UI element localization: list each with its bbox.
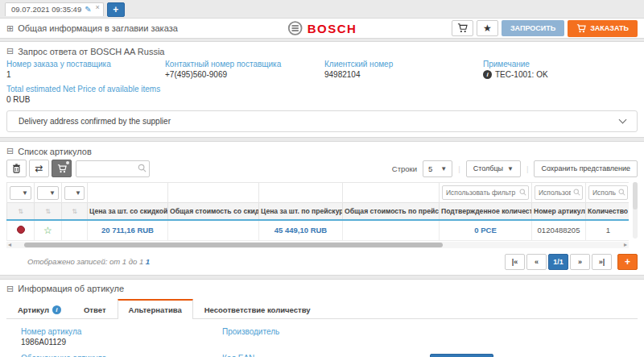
confirmed-qty-filter <box>442 185 529 200</box>
contact-number-field: Контактный номер поставщика +7(495)560-9… <box>165 60 324 79</box>
bosch-wordmark: BOSCH <box>308 22 357 35</box>
prev-page-button[interactable]: « <box>526 254 547 270</box>
tab-bar: 09.07.2021 09:35:49 ✎ × + <box>0 0 644 18</box>
col-header-article-number[interactable]: Номер артикула ⇅ <box>532 203 586 221</box>
caret-down-icon: ▼ <box>22 189 28 197</box>
col-header-confirmed-qty[interactable]: Подтвержденное количество ⇅ <box>440 203 532 221</box>
status-filter-select[interactable]: ▼ <box>10 186 31 200</box>
bosch-anchor-icon <box>287 20 303 36</box>
bosch-logo: BOSCH <box>287 20 357 36</box>
favorite-filter-select[interactable]: ▼ <box>37 186 59 200</box>
col-header-quantity[interactable]: Количество ⇅ <box>586 203 630 221</box>
caret-down-icon: ▼ <box>507 165 514 172</box>
col-header-price-list[interactable]: Цена за шт. по прейскуранту ⇅ <box>259 203 343 221</box>
current-page-indicator: 1/1 <box>548 254 568 270</box>
article-number-field: Номер артикула 1986A01129 <box>21 327 222 347</box>
horizontal-scrollbar[interactable]: ◂ ▸ <box>6 242 629 248</box>
article-number-filter <box>535 185 583 200</box>
caret-down-icon: ▼ <box>440 165 447 172</box>
tab-answer[interactable]: Ответ <box>72 300 118 319</box>
add-row-button[interactable]: + <box>617 254 638 270</box>
article-info-section: ⊟ Информация об артикуле Артикул i Ответ… <box>0 279 644 357</box>
favorite-star-icon[interactable]: ☆ <box>43 225 52 236</box>
tab-alternative[interactable]: Альтернатива <box>118 299 193 319</box>
table-search <box>76 160 150 177</box>
order-tab[interactable]: 09.07.2021 09:35:49 ✎ × <box>5 2 104 16</box>
collapse-icon[interactable]: ⊟ <box>6 284 14 294</box>
table-row[interactable]: ☆ 20 711,16 RUB 45 449,10 RUB 0 PCE 0120… <box>7 220 630 240</box>
next-page-button[interactable]: » <box>570 254 590 270</box>
first-page-button[interactable]: |« <box>505 254 525 270</box>
swap-rows-button[interactable]: ⇄ <box>29 160 49 177</box>
rows-label: Строки <box>392 164 417 173</box>
order-button[interactable]: ЗАКАЗАТЬ <box>568 20 638 37</box>
manufacturer-field: Производитель <box>222 327 430 347</box>
order-tab-title: 09.07.2021 09:35:49 <box>11 5 81 14</box>
collapse-icon[interactable]: ⊟ <box>6 46 14 56</box>
confirmed-qty-link[interactable]: 0 PCE <box>474 226 496 235</box>
close-tab-icon[interactable]: × <box>96 3 100 11</box>
scroll-left-icon[interactable]: ◂ <box>8 241 11 248</box>
pagination: |« « 1/1 » »| + <box>505 254 638 270</box>
request-button[interactable]: ЗАПРОСИТЬ <box>502 20 564 36</box>
field-label: Примечание <box>483 60 631 68</box>
scroll-right-icon[interactable]: ▸ <box>624 241 627 248</box>
info-icon: i <box>52 305 61 314</box>
cart-icon <box>57 164 67 173</box>
delete-button[interactable] <box>6 160 27 177</box>
add-tab-button[interactable]: + <box>107 2 125 17</box>
flag-filter-select[interactable]: ▼ <box>64 186 85 200</box>
column-filter-input[interactable] <box>442 185 529 200</box>
apply-button[interactable]: ПРИМЕНИТЬ <box>430 354 493 357</box>
ean-field: Код EAN <box>222 354 430 357</box>
field-value: 0 RUB <box>6 95 318 104</box>
quantity-filter <box>588 185 628 200</box>
search-icon <box>138 164 147 172</box>
request-section-title[interactable]: ⊟ Запрос ответа от BOSCH AA Russia <box>6 46 638 56</box>
status-red-icon <box>17 226 25 234</box>
field-label: Контактный номер поставщика <box>165 60 318 68</box>
order-header-bar: ⊞ Общая информация в заглавии заказа BOS… <box>0 18 644 39</box>
sort-header[interactable]: ⇅ <box>7 203 35 221</box>
article-info-tabs: Артикул i Ответ Альтернатива Несоответст… <box>6 298 638 319</box>
save-view-button[interactable]: Сохранить представление <box>534 160 638 177</box>
field-label: Номер заказа у поставщика <box>6 60 159 68</box>
caret-down-icon: ▼ <box>75 189 81 197</box>
scrollbar-thumb[interactable] <box>24 243 443 247</box>
article-number-cell: 0120488205 <box>532 220 586 240</box>
total-net-price-field: Total estimated Net Price of available i… <box>6 85 324 104</box>
swap-arrows-icon: ⇄ <box>35 163 43 174</box>
price-list-link[interactable]: 45 449,10 RUB <box>275 226 327 235</box>
field-value: i TEC-1001: OK <box>483 70 631 79</box>
collapse-icon[interactable]: ⊟ <box>6 146 14 156</box>
field-value: 1 <box>6 70 159 79</box>
quantity-cell: 1 <box>586 220 630 240</box>
search-icon <box>573 189 580 196</box>
price-discount-link[interactable]: 20 711,16 RUB <box>101 226 154 235</box>
delivery-address-label: Delivery address confirmed by the suppli… <box>19 117 171 126</box>
cart-button[interactable] <box>452 20 473 36</box>
caret-down-icon: ▼ <box>49 189 56 197</box>
delivery-address-accordion[interactable]: Delivery address confirmed by the suppli… <box>6 110 638 132</box>
col-header-total-list[interactable]: Общая стоимость по прейскуранту ⇅ <box>343 203 440 221</box>
last-page-button[interactable]: »| <box>592 254 612 270</box>
edit-pencil-icon[interactable]: ✎ <box>85 5 91 14</box>
sort-header[interactable]: ⇅ <box>35 203 62 221</box>
article-info-title[interactable]: ⊟ Информация об артикуле <box>6 284 638 294</box>
sort-header[interactable]: ⇅ <box>62 203 88 221</box>
field-label: Клиентский номер <box>324 60 477 68</box>
tab-quantity-mismatch[interactable]: Несоответствие количеству <box>193 300 322 319</box>
col-header-total-discount[interactable]: Общая стоимость со скидкой ⇅ <box>168 203 259 221</box>
add-to-cart-tool-button[interactable] <box>52 160 72 177</box>
order-header-title[interactable]: ⊞ Общая информация в заглавии заказа <box>6 23 178 34</box>
rows-per-page-select[interactable]: 5 ▼ <box>423 160 452 177</box>
expand-icon[interactable]: ⊞ <box>6 23 14 34</box>
favorite-button[interactable]: ★ <box>477 20 498 36</box>
tab-article[interactable]: Артикул i <box>6 300 72 319</box>
vertical-scrollbar[interactable] <box>633 182 638 239</box>
search-icon <box>618 189 625 196</box>
columns-button[interactable]: Столбцы ▼ <box>466 160 521 177</box>
col-header-price-discount[interactable]: Цена за шт. со скидкой ⇅ <box>88 203 168 221</box>
cart-icon <box>457 23 468 33</box>
articles-section-title[interactable]: ⊟ Список артикулов <box>6 146 638 156</box>
